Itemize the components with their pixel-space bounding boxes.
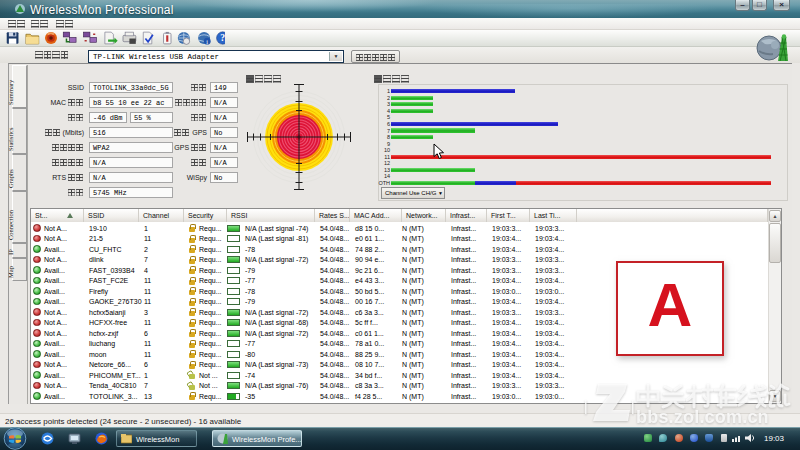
svg-text:i: i bbox=[206, 38, 208, 45]
svg-text:?: ? bbox=[220, 32, 225, 43]
